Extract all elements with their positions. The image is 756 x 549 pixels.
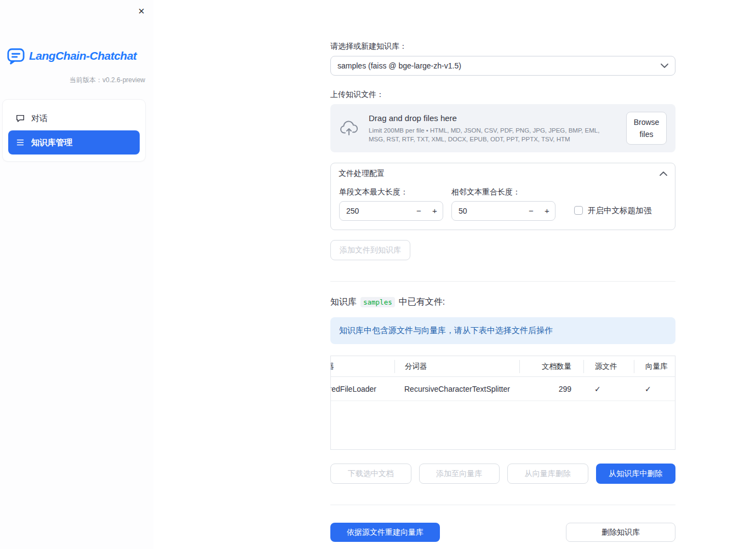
table-header-row: 加载器 分词器 文档数量 源文件 向量库	[331, 356, 675, 377]
add-to-vector-store-button[interactable]: 添加至向量库	[419, 464, 500, 484]
add-files-to-kb-button[interactable]: 添加文件到知识库	[330, 240, 410, 260]
sidebar-close-button[interactable]: ×	[136, 3, 147, 19]
checkbox-label: 开启中文标题加强	[588, 205, 651, 216]
chevron-up-icon	[660, 171, 667, 176]
kb-files-table[interactable]: 加载器 分词器 文档数量 源文件 向量库 UnstructuredFileLoa…	[330, 356, 675, 450]
file-config-expander: 文件处理配置 单段文本最大长度： 250 − + 相邻文	[330, 163, 675, 230]
browse-files-button[interactable]: Browse files	[626, 112, 667, 145]
max-length-value[interactable]: 250	[340, 202, 411, 220]
cell-vector-store-check: ✓	[634, 385, 675, 393]
divider	[330, 505, 675, 505]
chevron-down-icon	[661, 64, 668, 68]
overlap-value[interactable]: 50	[452, 202, 523, 220]
increment-button[interactable]: +	[427, 202, 443, 220]
chat-logo-icon	[7, 47, 25, 65]
kb-select-value: samples (faiss @ bge-large-zh-v1.5)	[337, 61, 661, 70]
cloud-upload-icon	[339, 121, 359, 136]
dropzone-limits: Limit 200MB per file • HTML, MD, JSON, C…	[369, 126, 616, 144]
max-length-label: 单段文本最大长度：	[339, 186, 443, 197]
column-header-source-file[interactable]: 源文件	[583, 360, 634, 373]
expander-header[interactable]: 文件处理配置	[331, 163, 675, 184]
cell-source-file-check: ✓	[583, 385, 634, 393]
sidebar-menu: 对话 知识库管理	[2, 99, 146, 162]
decrement-button[interactable]: −	[411, 202, 427, 220]
sidebar-item-dialogue[interactable]: 对话	[8, 106, 140, 130]
main-content: 请选择或新建知识库： samples (faiss @ bge-large-zh…	[153, 0, 756, 549]
zh-title-enhance-checkbox-row[interactable]: 开启中文标题加强	[574, 205, 651, 216]
cell-splitter: RecursiveCharacterTextSplitter	[394, 385, 519, 393]
kb-files-suffix: 中已有文件:	[399, 296, 445, 308]
sidebar-item-knowledge-base[interactable]: 知识库管理	[8, 130, 140, 155]
dropzone-title: Drag and drop files here	[369, 113, 616, 123]
file-dropzone[interactable]: Drag and drop files here Limit 200MB per…	[330, 104, 675, 152]
app-logo: LangChain-Chatchat	[7, 47, 153, 65]
file-action-buttons: 下载选中文档 添加至向量库 从向量库删除 从知识库中删除	[330, 464, 675, 484]
max-length-stepper[interactable]: 250 − +	[339, 201, 443, 221]
expander-title: 文件处理配置	[339, 169, 660, 179]
list-lines-icon	[15, 138, 25, 147]
kb-select[interactable]: samples (faiss @ bge-large-zh-v1.5)	[330, 56, 675, 76]
upload-label: 上传知识文件：	[330, 89, 675, 100]
column-header-loader[interactable]: 加载器	[331, 362, 394, 371]
sidebar-item-label: 对话	[31, 113, 48, 124]
version-label: 当前版本：v0.2.6-preview	[0, 76, 145, 85]
delete-from-vector-store-button[interactable]: 从向量库删除	[507, 464, 588, 484]
delete-from-kb-button[interactable]: 从知识库中删除	[596, 464, 676, 484]
max-length-field: 单段文本最大长度： 250 − +	[339, 186, 443, 221]
table-row[interactable]: UnstructuredFileLoader RecursiveCharacte…	[331, 377, 675, 401]
cell-doc-count: 299	[519, 385, 583, 393]
app-logo-text: LangChain-Chatchat	[29, 49, 136, 62]
kb-management-buttons: 依据源文件重建向量库 删除知识库	[330, 523, 675, 542]
decrement-button[interactable]: −	[523, 202, 539, 220]
overlap-label: 相邻文本重合长度：	[451, 186, 555, 197]
delete-kb-button[interactable]: 删除知识库	[566, 523, 675, 542]
column-header-splitter[interactable]: 分词器	[394, 360, 519, 373]
rebuild-vector-store-button[interactable]: 依据源文件重建向量库	[330, 523, 440, 542]
kb-files-heading: 知识库 samples 中已有文件:	[330, 296, 675, 308]
overlap-field: 相邻文本重合长度： 50 − +	[451, 186, 555, 221]
column-header-vector-store[interactable]: 向量库	[634, 360, 675, 373]
checkbox[interactable]	[574, 206, 583, 215]
column-header-doc-count[interactable]: 文档数量	[519, 360, 583, 373]
divider	[330, 281, 675, 282]
download-selected-button[interactable]: 下载选中文档	[330, 464, 411, 484]
chat-bubble-icon	[15, 113, 25, 123]
sidebar: × LangChain-Chatchat 当前版本：v0.2.6-preview…	[0, 0, 153, 549]
increment-button[interactable]: +	[539, 202, 555, 220]
overlap-stepper[interactable]: 50 − +	[451, 201, 555, 221]
kb-select-label: 请选择或新建知识库：	[330, 41, 675, 52]
sidebar-item-label: 知识库管理	[31, 138, 72, 148]
info-banner: 知识库中包含源文件与向量库，请从下表中选择文件后操作	[330, 317, 675, 344]
kb-name-code: samples	[360, 297, 395, 307]
close-icon: ×	[138, 5, 145, 17]
kb-files-prefix: 知识库	[330, 296, 357, 308]
cell-loader: UnstructuredFileLoader	[331, 385, 394, 393]
